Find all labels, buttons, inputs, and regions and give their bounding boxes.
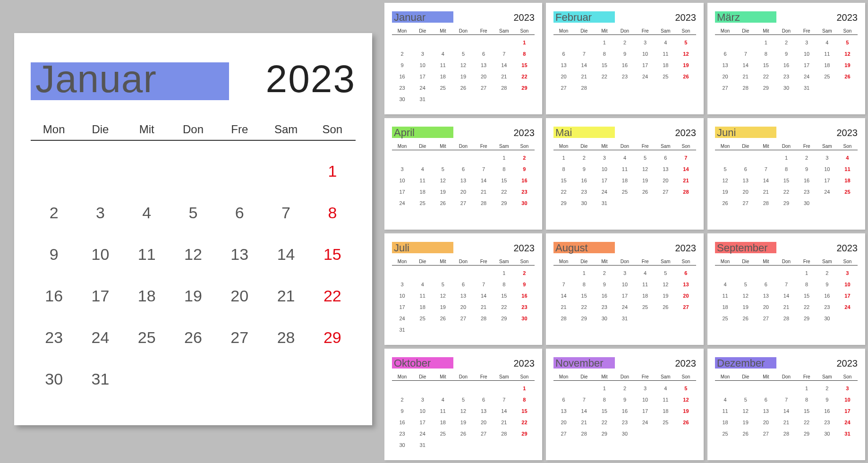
mini-month-name: Oktober (392, 357, 431, 369)
calendar-day: 18 (655, 62, 676, 68)
calendar-day: 10 (837, 397, 858, 403)
calendar-day: 29 (514, 85, 535, 91)
calendar-day: 25 (837, 189, 858, 195)
mini-year: 2023 (675, 243, 697, 254)
calendar-day: 3 (797, 40, 817, 45)
calendar-day: 16 (614, 62, 635, 68)
calendar-day: 21 (574, 74, 594, 79)
featured-month-name: Januar (31, 57, 157, 101)
calendar-day: 14 (494, 408, 514, 414)
calendar-day: 29 (797, 431, 817, 437)
calendar-day: 6 (676, 270, 696, 276)
mini-month-name: Dezember (715, 357, 765, 369)
calendar-week: 1 (31, 150, 356, 192)
calendar-day: 31 (837, 431, 858, 437)
mini-month-name: August (553, 242, 588, 254)
mini-month-name: November (553, 357, 603, 369)
mini-month-juni: Juni2023MonDieMitDonFreSamSon12345678910… (707, 118, 865, 230)
calendar-day: 6 (216, 204, 263, 222)
calendar-day: 30 (31, 370, 77, 388)
calendar-week: 891011121314 (553, 163, 696, 175)
calendar-day: 16 (614, 408, 635, 414)
calendar-day: 13 (715, 62, 735, 68)
mini-month-juli: Juli2023MonDieMitDonFreSamSon12345678910… (384, 233, 542, 345)
calendar-day: 4 (124, 204, 170, 222)
calendar-day: 6 (756, 397, 776, 403)
calendar-day: 9 (514, 166, 535, 172)
dow-label: Don (170, 123, 216, 136)
calendar-day: 1 (514, 386, 535, 391)
calendar-day: 3 (817, 155, 837, 161)
calendar-day: 21 (474, 189, 494, 195)
calendar-week: 3031 (392, 439, 535, 451)
calendar-day: 11 (635, 282, 655, 287)
calendar-day: 19 (433, 189, 453, 195)
calendar-day: 7 (263, 204, 309, 222)
calendar-week: 11121314151617 (715, 405, 858, 417)
calendar-day: 20 (453, 189, 473, 195)
calendar-day: 2 (797, 155, 817, 161)
calendar-day: 28 (494, 85, 514, 91)
calendar-week: 123 (715, 267, 858, 279)
calendar-day: 8 (514, 397, 535, 403)
calendar-day: 18 (837, 178, 858, 183)
calendar-day: 11 (715, 408, 735, 414)
calendar-day: 9 (392, 408, 412, 414)
mini-year: 2023 (514, 12, 535, 23)
calendar-day: 14 (776, 293, 796, 299)
mini-dow-row: MonDieMitDonFreSamSon (392, 28, 535, 35)
calendar-day: 8 (797, 282, 817, 287)
calendar-day: 27 (756, 431, 776, 437)
calendar-day: 7 (494, 397, 514, 403)
calendar-day: 8 (594, 51, 614, 57)
calendar-day: 18 (433, 420, 453, 425)
calendar-day: 5 (837, 40, 858, 45)
calendar-day: 7 (574, 397, 594, 403)
calendar-day: 5 (453, 397, 473, 403)
calendar-day: 9 (31, 245, 77, 264)
calendar-day: 4 (412, 282, 433, 287)
mini-dow-row: MonDieMitDonFreSamSon (553, 374, 696, 381)
calendar-day: 29 (494, 316, 514, 321)
calendar-day: 28 (676, 189, 696, 195)
calendar-day: 14 (263, 245, 309, 264)
calendar-week: 20212223242526 (553, 71, 696, 82)
calendar-day: 14 (553, 293, 574, 299)
calendar-day: 11 (837, 166, 858, 172)
calendar-day: 28 (735, 85, 756, 91)
calendar-day: 11 (124, 245, 170, 264)
calendar-day: 7 (776, 282, 796, 287)
calendar-day: 26 (433, 316, 453, 321)
calendar-day: 6 (474, 397, 494, 403)
calendar-day: 26 (453, 431, 473, 437)
calendar-day: 22 (797, 420, 817, 425)
calendar-day: 2 (776, 40, 796, 45)
calendar-day: 6 (735, 166, 756, 172)
calendar-week: 12 (392, 152, 535, 163)
calendar-week: 12345 (553, 37, 696, 48)
calendar-day: 7 (553, 282, 574, 287)
calendar-day: 29 (594, 431, 614, 437)
calendar-day: 1 (776, 155, 796, 161)
calendar-day: 26 (453, 85, 473, 91)
calendar-day: 29 (309, 328, 356, 347)
mini-month-märz: März2023MonDieMitDonFreSamSon12345678910… (707, 3, 865, 114)
calendar-day: 1 (494, 270, 514, 276)
calendar-day: 26 (735, 431, 756, 437)
calendar-day: 18 (715, 304, 735, 310)
calendar-day: 26 (635, 189, 655, 195)
calendar-day: 1 (756, 40, 776, 45)
calendar-day: 15 (797, 408, 817, 414)
calendar-day: 31 (392, 327, 412, 333)
calendar-day: 7 (474, 282, 494, 287)
mini-year: 2023 (675, 358, 697, 369)
calendar-day: 27 (216, 328, 263, 347)
calendar-day: 5 (170, 204, 216, 222)
calendar-day: 28 (553, 316, 574, 321)
calendar-day: 1 (797, 270, 817, 276)
calendar-day: 21 (776, 304, 796, 310)
calendar-day: 23 (514, 304, 535, 310)
calendar-day: 22 (594, 74, 614, 79)
calendar-day: 18 (124, 287, 170, 305)
calendar-day: 3 (412, 397, 433, 403)
